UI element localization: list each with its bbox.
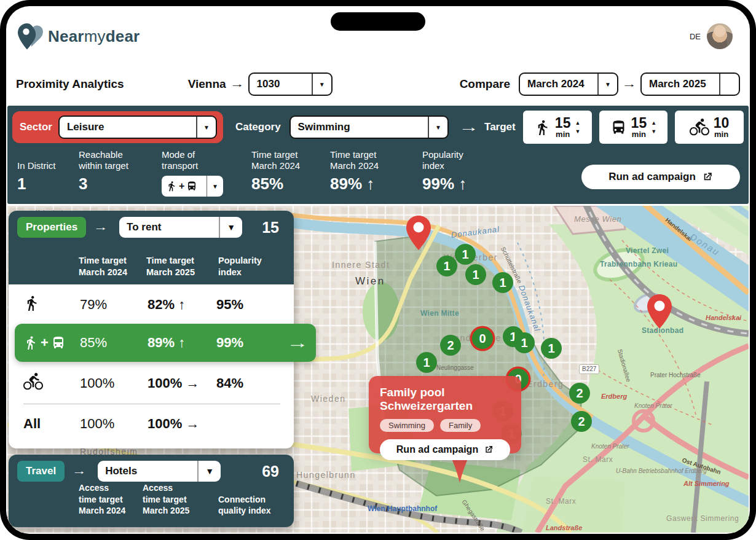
user-avatar[interactable] xyxy=(707,23,733,49)
map-cluster-marker[interactable]: 0 xyxy=(472,328,493,349)
external-link-icon xyxy=(484,445,494,455)
map-cluster-marker[interactable]: 1 xyxy=(416,352,437,373)
stat-label: Time target March 2024 xyxy=(251,146,330,172)
map-cluster-marker[interactable]: 1 xyxy=(465,264,486,285)
stat-value: 89% ↑ xyxy=(330,174,422,194)
cell-2025: 82% ↑ xyxy=(148,297,185,313)
map-label: Knoten Prater xyxy=(591,443,629,450)
bus-icon xyxy=(610,119,627,136)
col-time-target-2024: Time target March 2024 xyxy=(79,255,127,278)
map-label: B227 xyxy=(579,364,599,374)
map-label: Trabrennbahn Krieau xyxy=(600,260,677,268)
stat-value: 3 xyxy=(79,174,162,194)
chevron-down-icon: ▼ xyxy=(207,183,223,190)
map-cluster-marker[interactable]: 1 xyxy=(514,332,535,353)
target-bike-box: 10 min xyxy=(675,111,744,144)
map-cluster-marker[interactable]: 1 xyxy=(436,256,457,276)
step-down-icon[interactable]: ▼ xyxy=(575,128,580,135)
map-canvas[interactable]: KalvarienbergInnere StadtWienWien MitteW… xyxy=(7,206,749,533)
locale-switcher[interactable]: DE xyxy=(690,32,701,41)
map-cluster-marker[interactable]: 2 xyxy=(571,411,592,432)
properties-row-bike[interactable]: 100% 100% → 84% xyxy=(9,364,294,402)
period-from-select[interactable]: March 2024 ▼ xyxy=(519,72,618,96)
step-down-icon[interactable]: ▼ xyxy=(651,128,656,135)
properties-row-walk-bus-selected[interactable]: + 85% 89% ↑ 99% → xyxy=(15,324,316,362)
map-label: Neulinggasse xyxy=(436,364,474,371)
category-select[interactable]: Swimming ▼ xyxy=(289,115,449,139)
run-ad-campaign-button[interactable]: Run ad campaign xyxy=(581,165,740,189)
app-logo[interactable]: Nearmydear xyxy=(17,22,140,50)
step-up-icon[interactable]: ▲ xyxy=(651,120,656,127)
period-to-select[interactable]: March 2025 xyxy=(640,72,740,96)
sector-box: Sector Leisure ▼ xyxy=(12,111,223,143)
map-label: Viertel Zwei xyxy=(626,246,669,255)
period-to-value: March 2025 xyxy=(642,74,719,95)
bus-icon xyxy=(51,335,66,350)
stat-value: 99% ↑ xyxy=(422,174,508,194)
walk-icon xyxy=(534,119,551,136)
cell-2025: 100% → xyxy=(148,375,199,391)
map-label: Wien Hauptbahnhof xyxy=(368,504,437,513)
arrow-icon: → xyxy=(230,79,245,90)
bike-icon xyxy=(690,117,709,137)
col-access-2024: Access time target March 2024 xyxy=(79,482,125,516)
map-cluster-marker[interactable]: 1 xyxy=(541,338,562,359)
properties-type-select[interactable]: To rent ▼ xyxy=(119,217,242,238)
map-label: Ghegastraße xyxy=(460,498,486,532)
col-access-2025: Access time target March 2025 xyxy=(143,482,189,516)
cell-popularity: 99% xyxy=(216,335,243,351)
map-label: Prater Hochstraße xyxy=(650,372,701,378)
poi-tag-swimming: Swimming xyxy=(380,419,434,432)
map-label: Erdberg xyxy=(601,393,627,400)
properties-panel-button[interactable]: Properties xyxy=(17,217,86,238)
stat-label: Reachable within target xyxy=(79,146,162,172)
stat-mode-of-transport: Mode of transport + ▼ xyxy=(162,146,251,197)
map-label: Wien Mitte xyxy=(420,309,459,318)
map-label: Handelskai xyxy=(706,314,741,321)
target-bus-stepper[interactable]: ▲▼ xyxy=(651,120,656,135)
map-cluster-marker[interactable]: 2 xyxy=(569,383,590,404)
map-label: Innere Stadt xyxy=(332,260,390,270)
district-select[interactable]: 1030 ▼ xyxy=(248,72,333,96)
map-location-pin[interactable] xyxy=(404,215,433,253)
poi-tag-family: Family xyxy=(440,419,481,432)
sector-select[interactable]: Leisure ▼ xyxy=(58,115,217,139)
map-location-pin[interactable] xyxy=(645,294,674,332)
properties-row-walk[interactable]: 79% 82% ↑ 95% xyxy=(9,286,294,324)
map-label: Alt Simmering xyxy=(683,480,730,487)
filter-bar: Sector Leisure ▼ Category Swimming ▼ → T… xyxy=(7,106,749,204)
mode-of-transport-select[interactable]: + ▼ xyxy=(162,176,223,197)
category-select-value: Swimming xyxy=(291,117,428,138)
map-cluster-marker[interactable]: 2 xyxy=(440,335,461,356)
properties-panel: Properties → To rent ▼ 15 Time target Ma… xyxy=(9,211,294,448)
popup-run-ad-campaign-button[interactable]: Run ad campaign xyxy=(380,439,510,460)
map-label: Messe Wien xyxy=(574,214,621,224)
chevron-down-icon: ▼ xyxy=(313,74,331,95)
map-label: Landstraße xyxy=(546,524,582,531)
map-label: Donaukanal xyxy=(517,284,542,333)
cell-popularity: 95% xyxy=(216,297,243,313)
select-caret-empty xyxy=(720,74,739,95)
target-bus-value: 15 xyxy=(631,116,647,130)
arrow-icon: → xyxy=(459,119,479,135)
properties-row-all[interactable]: All 100% 100% → xyxy=(9,405,294,443)
row-divider xyxy=(23,404,280,404)
stat-label: Mode of transport xyxy=(162,146,251,172)
map-label: Donaukanal xyxy=(451,224,500,240)
stat-value: 85% xyxy=(251,174,330,194)
chevron-down-icon: ▼ xyxy=(197,117,216,138)
map-label: St. Marx xyxy=(583,455,613,464)
map-cluster-marker[interactable]: 1 xyxy=(455,244,476,265)
step-up-icon[interactable]: ▲ xyxy=(575,120,580,127)
map-cluster-marker[interactable]: 1 xyxy=(492,272,513,293)
arrow-icon: → xyxy=(93,222,108,233)
target-walk-stepper[interactable]: ▲▼ xyxy=(575,120,580,135)
target-label: Target xyxy=(484,121,516,133)
target-walk-value: 15 xyxy=(555,116,571,130)
map-label: Erdberg xyxy=(527,379,564,389)
row-arrow-icon[interactable]: → xyxy=(286,334,309,351)
col-connection-quality: Connection quality index xyxy=(218,494,271,516)
target-bus-box: 15 min ▲▼ xyxy=(599,111,668,144)
period-from-value: March 2024 xyxy=(520,74,597,95)
col-popularity-index: Popularity index xyxy=(218,255,262,278)
